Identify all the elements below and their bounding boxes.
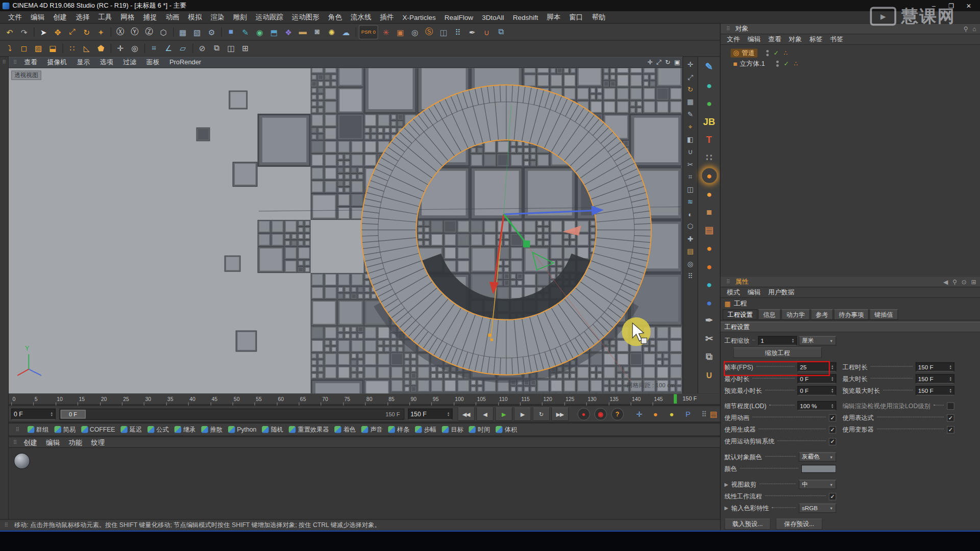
record-position-icon[interactable]: ✛ bbox=[633, 408, 645, 419]
menu-item[interactable]: 工具 bbox=[94, 12, 116, 21]
use-deformers-checkbox[interactable] bbox=[947, 425, 954, 433]
sep[interactable] bbox=[172, 26, 175, 39]
mograph-effector-item[interactable]: 体积 bbox=[496, 425, 517, 434]
keyframe-selection-button[interactable]: ? bbox=[611, 408, 623, 420]
mograph-effector-item[interactable]: 继承 bbox=[175, 425, 196, 434]
sep[interactable] bbox=[142, 42, 146, 55]
twisty-icon[interactable]: ▶ bbox=[724, 482, 729, 487]
preview-range-end-marker[interactable] bbox=[674, 394, 677, 404]
copy-icon[interactable]: ◫ bbox=[225, 42, 238, 55]
viewport-menu-item[interactable]: 显示 bbox=[72, 58, 95, 66]
workplane-lock-icon[interactable]: ▱ bbox=[176, 42, 189, 55]
header-icon[interactable]: ⊙ bbox=[962, 279, 967, 285]
scale-tool-icon[interactable]: ⤢ bbox=[66, 26, 79, 39]
viewport-menu-item[interactable]: 过滤 bbox=[118, 58, 141, 66]
menu-item[interactable]: 选择 bbox=[71, 12, 94, 21]
mograph-effector-item[interactable]: 重置效果器 bbox=[289, 425, 329, 434]
record-rotation-icon[interactable]: ● bbox=[666, 408, 677, 419]
t-preset-icon[interactable]: T bbox=[701, 132, 716, 146]
material-menu-item[interactable]: 创建 bbox=[19, 438, 41, 447]
mograph-effector-item[interactable]: Python bbox=[228, 425, 256, 434]
object-tag-icon[interactable] bbox=[784, 49, 789, 56]
lock-z-axis-icon[interactable]: Ⓩ bbox=[142, 26, 156, 39]
last-tool-icon[interactable]: ✦ bbox=[94, 26, 108, 39]
menu-item[interactable]: 捕捉 bbox=[139, 12, 161, 21]
sep[interactable] bbox=[109, 26, 112, 39]
use-animation-checkbox[interactable] bbox=[829, 414, 837, 421]
green-sphere-preset-icon[interactable]: ● bbox=[701, 95, 716, 110]
stepper[interactable] bbox=[949, 377, 951, 382]
preview-min-input[interactable]: 0 F bbox=[797, 386, 836, 395]
attribute-menu-item[interactable]: 模式 bbox=[723, 288, 744, 296]
move-tool-icon[interactable]: ✥ bbox=[51, 26, 64, 39]
sculpt-pen-icon[interactable]: ✎ bbox=[688, 111, 693, 119]
mograph-effector-item[interactable]: 推散 bbox=[201, 425, 223, 434]
menu-item[interactable]: 渲染 bbox=[206, 12, 229, 21]
sculpt-target-icon[interactable]: ⌖ bbox=[689, 123, 693, 131]
sky-icon[interactable]: ☁ bbox=[339, 26, 353, 39]
record-pla-icon[interactable]: ⠿ bbox=[699, 408, 710, 419]
viewport-menu-item[interactable]: 查看 bbox=[19, 58, 42, 66]
sculpt-snap-icon[interactable]: ⌗ bbox=[689, 173, 693, 181]
timeline-range-slider[interactable]: 0 F 150 F bbox=[59, 408, 404, 419]
project-scale-unit-select[interactable]: 厘米 bbox=[799, 336, 836, 345]
menu-item[interactable]: 模拟 bbox=[184, 12, 206, 21]
viewport-menu-item[interactable]: 摄像机 bbox=[42, 58, 72, 66]
save-preset-button[interactable]: 保存预设... bbox=[776, 518, 822, 530]
teal-ball-preset-icon[interactable]: ● bbox=[701, 277, 716, 291]
timeline-ruler[interactable]: 0510152025303540455055606570758085909510… bbox=[9, 393, 720, 405]
subdivision-surface-icon[interactable]: ◉ bbox=[253, 26, 266, 39]
object-row[interactable]: ◎ 管道 ✓ bbox=[721, 47, 980, 58]
sculpt-columns-icon[interactable]: ◫ bbox=[687, 186, 694, 194]
toggle-view-icon[interactable]: ▣ bbox=[674, 58, 680, 66]
stepper[interactable] bbox=[447, 411, 450, 416]
left-dock-strip[interactable]: ⠿ bbox=[0, 57, 9, 519]
visibility-dots-icon[interactable] bbox=[766, 49, 769, 56]
sculpt-magnet-icon[interactable]: ∪ bbox=[688, 148, 693, 156]
camera-icon[interactable]: ◙ bbox=[311, 26, 324, 39]
blue-ball-preset-icon[interactable]: ● bbox=[701, 295, 716, 310]
material-thumbnail[interactable] bbox=[14, 453, 30, 469]
model-mode-icon[interactable]: ◻ bbox=[17, 42, 31, 55]
live-selection-icon[interactable]: ➤ bbox=[37, 26, 50, 39]
menu-item[interactable]: 脚本 bbox=[543, 12, 565, 21]
drag-handle-icon[interactable]: ⠿ bbox=[11, 439, 19, 445]
material-menu-item[interactable]: 功能 bbox=[64, 438, 87, 447]
stepper[interactable] bbox=[949, 364, 951, 369]
menu-item[interactable]: 帮助 bbox=[587, 12, 610, 21]
menu-item[interactable]: RealFlow bbox=[440, 13, 477, 21]
project-scale-input[interactable]: 1 bbox=[758, 336, 797, 345]
rotate-view-icon[interactable]: ↻ bbox=[665, 58, 670, 66]
mograph-effector-item[interactable]: 时间 bbox=[469, 425, 491, 434]
rotate-tool-icon[interactable]: ↻ bbox=[80, 26, 93, 39]
sculpt-wave-icon[interactable]: ≋ bbox=[688, 198, 693, 206]
menu-item[interactable]: 运动跟踪 bbox=[251, 12, 287, 21]
stepper[interactable] bbox=[50, 411, 53, 416]
drag-handle-icon[interactable]: ⠿ bbox=[724, 279, 732, 285]
menu-item[interactable]: 角色 bbox=[324, 12, 346, 21]
menu-item[interactable]: 创建 bbox=[49, 12, 71, 21]
lock-y-axis-icon[interactable]: Ⓨ bbox=[128, 26, 141, 39]
sep[interactable] bbox=[219, 26, 223, 39]
menu-item[interactable]: 网格 bbox=[116, 12, 139, 21]
sculpt-circle-icon[interactable]: ◎ bbox=[688, 260, 694, 268]
lock-x-axis-icon[interactable]: Ⓧ bbox=[114, 26, 127, 39]
object-row[interactable]: ■ 立方体.1 ✓ bbox=[721, 58, 980, 69]
use-motion-system-checkbox[interactable] bbox=[829, 438, 837, 445]
mograph-effector-item[interactable]: 公式 bbox=[148, 425, 169, 434]
quantize-icon[interactable]: ∠ bbox=[162, 42, 175, 55]
twisty-icon[interactable]: ▶ bbox=[724, 506, 729, 511]
sculpt-grab-icon[interactable]: ⤢ bbox=[688, 73, 693, 81]
points-mode-icon[interactable]: ∷ bbox=[66, 42, 79, 55]
render-settings-icon[interactable]: ⚙ bbox=[205, 26, 218, 39]
object-tag-icon[interactable] bbox=[794, 60, 798, 67]
teal-sphere-preset-icon[interactable]: ● bbox=[701, 78, 716, 92]
orange-sphere-preset-icon[interactable]: ● bbox=[701, 186, 716, 201]
color-swatch[interactable] bbox=[801, 465, 837, 473]
section-header[interactable]: 工程设置 bbox=[721, 322, 980, 333]
paint-icon[interactable]: ✒ bbox=[465, 26, 479, 39]
snap-icon[interactable]: ⌗ bbox=[148, 42, 161, 55]
coord-system-icon[interactable]: ⬡ bbox=[157, 26, 170, 39]
enabled-check-icon[interactable]: ✓ bbox=[773, 49, 778, 56]
object-manager-menu-item[interactable]: 查看 bbox=[765, 35, 785, 44]
